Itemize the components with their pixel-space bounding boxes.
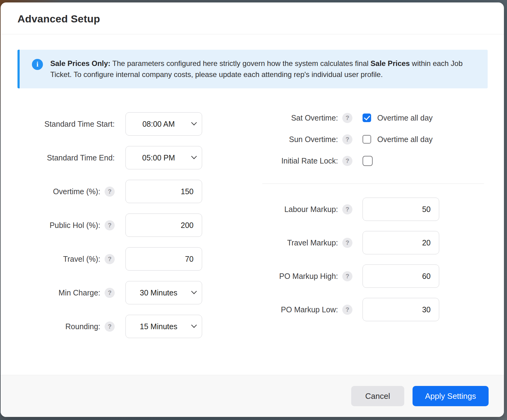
travel-percent-label: Travel (%):	[63, 255, 100, 264]
po-markup-high-label: PO Markup High:	[279, 272, 338, 281]
help-icon[interactable]: ?	[342, 204, 352, 214]
standard-time-start-label: Standard Time Start:	[44, 120, 115, 129]
sat-overtime-checkbox[interactable]	[363, 114, 371, 122]
rounding-value: 15 Minutes	[140, 322, 177, 331]
cancel-button[interactable]: Cancel	[351, 386, 404, 406]
po-markup-high-input[interactable]	[363, 264, 439, 288]
public-hol-percent-input[interactable]	[125, 214, 202, 237]
public-hol-percent-label: Public Hol (%):	[50, 221, 100, 230]
help-icon[interactable]: ?	[105, 288, 115, 298]
sat-overtime-checkbox-label: Overtime all day	[377, 114, 433, 122]
po-markup-low-label: PO Markup Low:	[281, 305, 338, 314]
field-row-overtime-percent: Overtime (%): ?	[17, 180, 202, 203]
po-markup-low-input[interactable]	[363, 298, 439, 321]
help-icon[interactable]: ?	[105, 220, 115, 230]
field-row-public-hol-percent: Public Hol (%): ?	[17, 214, 202, 237]
dialog-footer: Cancel Apply Settings	[1, 375, 504, 417]
field-row-standard-time-start: Standard Time Start: 08:00 AM	[17, 112, 202, 136]
sat-overtime-label: Sat Overtime:	[291, 114, 338, 122]
form-columns: Standard Time Start: 08:00 AM Standard T…	[17, 112, 488, 349]
overtime-percent-input[interactable]	[125, 180, 202, 203]
min-charge-value: 30 Minutes	[140, 288, 177, 297]
overtime-percent-label: Overtime (%):	[53, 187, 100, 196]
right-column: Sat Overtime: ? Overtime all day Sun Ove…	[251, 112, 488, 349]
apply-settings-button[interactable]: Apply Settings	[413, 386, 489, 406]
banner-bold-prefix: Sale Prices Only:	[50, 59, 110, 67]
chevron-down-icon	[191, 322, 197, 328]
rounding-label: Rounding:	[65, 322, 100, 331]
dialog-title: Advanced Setup	[17, 13, 487, 25]
field-row-po-markup-high: PO Markup High: ?	[251, 264, 488, 288]
standard-time-end-label: Standard Time End:	[47, 153, 115, 162]
field-row-travel-markup: Travel Markup: ?	[251, 231, 488, 254]
help-icon[interactable]: ?	[342, 238, 352, 248]
field-row-standard-time-end: Standard Time End: 05:00 PM	[17, 146, 202, 169]
chevron-down-icon	[191, 120, 197, 125]
info-banner: i Sale Prices Only: The parameters confi…	[17, 50, 488, 88]
field-row-sat-overtime: Sat Overtime: ? Overtime all day	[251, 112, 488, 123]
dialog-body: i Sale Prices Only: The parameters confi…	[1, 34, 504, 375]
field-row-travel-percent: Travel (%): ?	[17, 247, 202, 271]
travel-markup-input[interactable]	[363, 231, 439, 254]
field-row-rounding: Rounding: ? 15 Minutes	[17, 315, 202, 338]
labour-markup-label: Labour Markup:	[284, 205, 338, 214]
travel-markup-label: Travel Markup:	[287, 238, 338, 247]
initial-rate-lock-checkbox[interactable]	[363, 156, 373, 166]
help-icon[interactable]: ?	[342, 134, 352, 144]
field-row-po-markup-low: PO Markup Low: ?	[251, 298, 488, 321]
standard-time-end-value: 05:00 PM	[142, 153, 175, 162]
sun-overtime-checkbox[interactable]	[363, 135, 371, 144]
labour-markup-input[interactable]	[363, 198, 439, 221]
help-icon[interactable]: ?	[342, 113, 352, 123]
field-row-min-charge: Min Charge: ? 30 Minutes	[17, 281, 202, 304]
field-row-initial-rate-lock: Initial Rate Lock: ?	[251, 155, 488, 166]
dialog-header: Advanced Setup	[1, 2, 504, 34]
field-row-sun-overtime: Sun Overtime: ? Overtime all day	[251, 134, 488, 145]
help-icon[interactable]: ?	[105, 322, 115, 332]
section-divider	[262, 183, 484, 184]
sun-overtime-checkbox-label: Overtime all day	[377, 135, 433, 144]
left-column: Standard Time Start: 08:00 AM Standard T…	[17, 112, 202, 349]
standard-time-end-select[interactable]: 05:00 PM	[125, 146, 202, 169]
standard-time-start-value: 08:00 AM	[142, 120, 175, 129]
standard-time-start-select[interactable]: 08:00 AM	[125, 112, 202, 136]
chevron-down-icon	[191, 288, 197, 294]
help-icon[interactable]: ?	[342, 305, 352, 315]
min-charge-select[interactable]: 30 Minutes	[125, 281, 202, 304]
help-icon[interactable]: ?	[105, 254, 115, 264]
info-icon: i	[32, 59, 43, 70]
advanced-setup-dialog: Advanced Setup i Sale Prices Only: The p…	[1, 2, 504, 417]
chevron-down-icon	[191, 153, 197, 159]
sun-overtime-label: Sun Overtime:	[289, 135, 338, 144]
banner-text-1: The parameters configured here strictly …	[110, 59, 371, 67]
initial-rate-lock-label: Initial Rate Lock:	[281, 156, 338, 165]
min-charge-label: Min Charge:	[59, 288, 100, 297]
travel-percent-input[interactable]	[125, 247, 202, 271]
help-icon[interactable]: ?	[342, 271, 352, 281]
banner-bold-mid: Sale Prices	[371, 59, 410, 67]
help-icon[interactable]: ?	[105, 187, 115, 197]
rounding-select[interactable]: 15 Minutes	[125, 315, 202, 338]
field-row-labour-markup: Labour Markup: ?	[251, 198, 488, 221]
info-banner-text: Sale Prices Only: The parameters configu…	[50, 58, 467, 80]
help-icon[interactable]: ?	[342, 156, 352, 166]
